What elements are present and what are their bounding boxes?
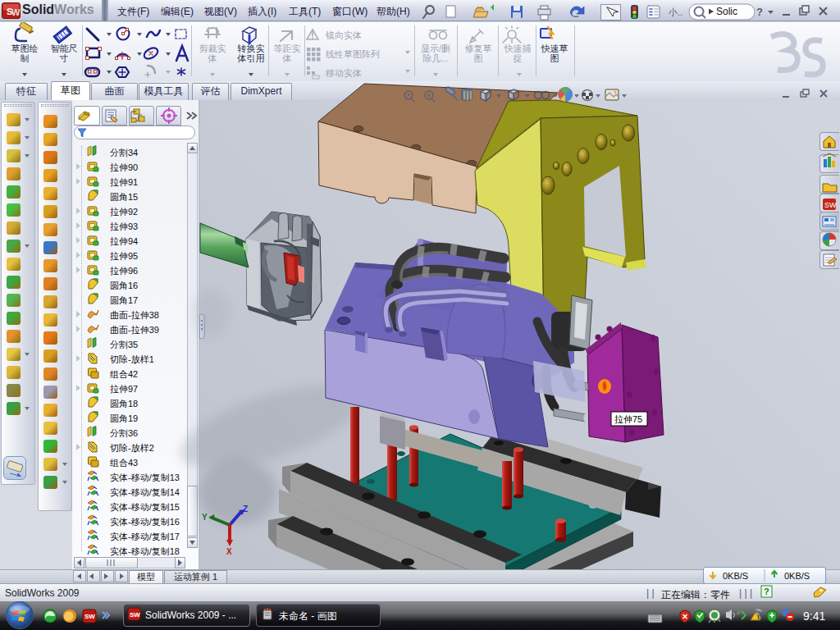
svg-text:Y: Y <box>202 513 208 522</box>
svg-text:SW: SW <box>130 611 140 619</box>
svg-text:0KB/S: 0KB/S <box>723 571 748 581</box>
svg-text:?: ? <box>764 587 769 596</box>
svg-text:拉伸75: 拉伸75 <box>614 414 642 424</box>
svg-text:9:41: 9:41 <box>803 609 825 623</box>
svg-text:SW: SW <box>84 613 95 620</box>
svg-text:SW: SW <box>824 201 837 209</box>
svg-text:!: ! <box>757 614 760 621</box>
svg-text:0KB/S: 0KB/S <box>784 571 810 581</box>
svg-text:X: X <box>226 547 232 556</box>
svg-text:Z: Z <box>243 504 248 514</box>
